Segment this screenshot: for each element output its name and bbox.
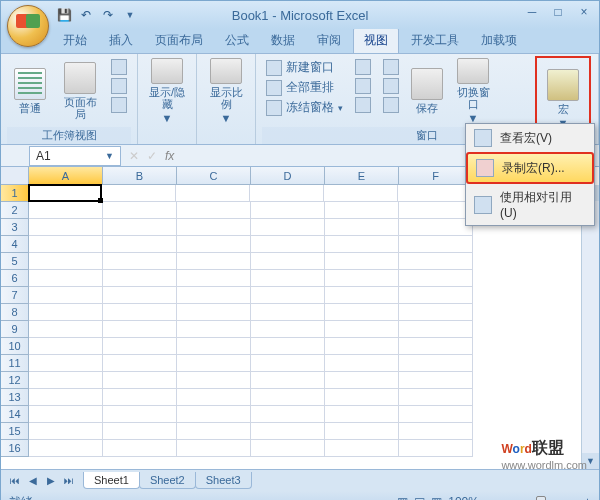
- cell[interactable]: [103, 219, 177, 236]
- sheet-tab-1[interactable]: Sheet1: [83, 472, 140, 489]
- sheet-tab-3[interactable]: Sheet3: [195, 472, 252, 489]
- column-header[interactable]: E: [325, 167, 399, 185]
- save-icon[interactable]: 💾: [55, 6, 73, 24]
- cell[interactable]: [325, 270, 399, 287]
- cell[interactable]: [399, 338, 473, 355]
- cell[interactable]: [325, 253, 399, 270]
- row-header[interactable]: 2: [1, 202, 29, 219]
- qat-dropdown-icon[interactable]: ▼: [121, 6, 139, 24]
- row-header[interactable]: 6: [1, 270, 29, 287]
- cell[interactable]: [103, 321, 177, 338]
- cell[interactable]: [399, 440, 473, 457]
- cell[interactable]: [251, 338, 325, 355]
- cells-area[interactable]: [29, 185, 581, 469]
- cell[interactable]: [103, 423, 177, 440]
- cell[interactable]: [29, 236, 103, 253]
- cell[interactable]: [29, 321, 103, 338]
- cell[interactable]: [325, 202, 399, 219]
- zoom-button[interactable]: 显示比例 ▼: [203, 56, 249, 126]
- cell[interactable]: [325, 406, 399, 423]
- cell[interactable]: [399, 389, 473, 406]
- cell[interactable]: [325, 440, 399, 457]
- cell[interactable]: [177, 202, 251, 219]
- minimize-button[interactable]: ─: [523, 5, 541, 19]
- cell[interactable]: [103, 304, 177, 321]
- cell[interactable]: [29, 304, 103, 321]
- cell[interactable]: [251, 253, 325, 270]
- freeze-panes-button[interactable]: 冻结窗格▾: [262, 98, 347, 117]
- cell[interactable]: [29, 338, 103, 355]
- cell[interactable]: [29, 389, 103, 406]
- cell[interactable]: [325, 304, 399, 321]
- cell[interactable]: [103, 440, 177, 457]
- cell[interactable]: [250, 185, 324, 202]
- row-header[interactable]: 13: [1, 389, 29, 406]
- cell[interactable]: [103, 372, 177, 389]
- sheet-nav-last[interactable]: ⏭: [61, 475, 77, 486]
- cell[interactable]: [251, 270, 325, 287]
- sheet-nav-prev[interactable]: ◀: [25, 475, 41, 486]
- cell[interactable]: [28, 184, 102, 202]
- cell[interactable]: [251, 355, 325, 372]
- vertical-scrollbar[interactable]: [581, 185, 599, 469]
- cell[interactable]: [325, 355, 399, 372]
- cell[interactable]: [399, 236, 473, 253]
- cell[interactable]: [103, 389, 177, 406]
- normal-view-button[interactable]: 普通: [7, 56, 53, 126]
- cell[interactable]: [398, 185, 472, 202]
- cell[interactable]: [29, 406, 103, 423]
- cell[interactable]: [251, 287, 325, 304]
- cell[interactable]: [251, 440, 325, 457]
- cell[interactable]: [177, 355, 251, 372]
- row-header[interactable]: 7: [1, 287, 29, 304]
- cell[interactable]: [103, 202, 177, 219]
- cell[interactable]: [251, 389, 325, 406]
- cell[interactable]: [103, 236, 177, 253]
- cell[interactable]: [29, 440, 103, 457]
- cell[interactable]: [251, 219, 325, 236]
- cell[interactable]: [29, 270, 103, 287]
- sheet-tab-2[interactable]: Sheet2: [139, 472, 196, 489]
- cell[interactable]: [177, 253, 251, 270]
- cell[interactable]: [399, 321, 473, 338]
- cell[interactable]: [29, 253, 103, 270]
- cell[interactable]: [325, 338, 399, 355]
- row-header[interactable]: 14: [1, 406, 29, 423]
- cell[interactable]: [399, 219, 473, 236]
- row-header[interactable]: 4: [1, 236, 29, 253]
- cell[interactable]: [176, 185, 250, 202]
- tab-view[interactable]: 视图: [353, 27, 399, 53]
- unhide-button[interactable]: [351, 96, 375, 114]
- zoom-in-button[interactable]: +: [584, 495, 591, 500]
- row-header[interactable]: 11: [1, 355, 29, 372]
- cell[interactable]: [325, 219, 399, 236]
- switch-windows-button[interactable]: 切换窗口 ▼: [451, 56, 495, 126]
- new-window-button[interactable]: 新建窗口: [262, 58, 347, 77]
- undo-icon[interactable]: ↶: [77, 6, 95, 24]
- namebox-dropdown-icon[interactable]: ▼: [105, 151, 114, 161]
- cell[interactable]: [399, 270, 473, 287]
- save-workspace-button[interactable]: 保存: [407, 56, 447, 126]
- enter-icon[interactable]: ✓: [147, 149, 157, 163]
- row-header[interactable]: 1: [1, 185, 29, 202]
- cell[interactable]: [251, 372, 325, 389]
- cell[interactable]: [325, 287, 399, 304]
- arrange-all-button[interactable]: 全部重排: [262, 78, 347, 97]
- cell[interactable]: [399, 406, 473, 423]
- tab-review[interactable]: 审阅: [307, 28, 351, 53]
- select-all-corner[interactable]: [1, 167, 29, 185]
- fullscreen-button[interactable]: [107, 96, 131, 114]
- menu-relative-reference[interactable]: 使用相对引用(U): [466, 184, 594, 225]
- cell[interactable]: [29, 372, 103, 389]
- view-normal-icon[interactable]: ▦: [397, 495, 408, 500]
- maximize-button[interactable]: □: [549, 5, 567, 19]
- cell[interactable]: [325, 236, 399, 253]
- page-layout-button[interactable]: 页面布局: [57, 56, 103, 126]
- view-page-icon[interactable]: ▤: [414, 495, 425, 500]
- tab-home[interactable]: 开始: [53, 28, 97, 53]
- sync-scroll-button[interactable]: [379, 77, 403, 95]
- cell[interactable]: [177, 270, 251, 287]
- close-button[interactable]: ×: [575, 5, 593, 19]
- reset-pos-button[interactable]: [379, 96, 403, 114]
- tab-data[interactable]: 数据: [261, 28, 305, 53]
